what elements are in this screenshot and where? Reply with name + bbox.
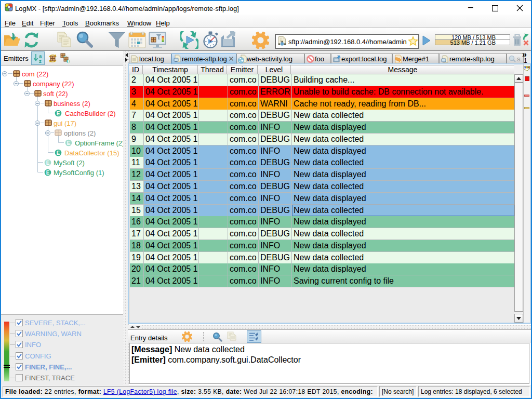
svg-text:E: E [57,111,60,116]
svg-text:E: E [67,140,71,146]
svg-text:E: E [68,60,70,63]
svg-text:E: E [46,160,50,166]
svg-text:E: E [57,150,60,156]
svg-text:E: E [46,170,50,176]
svg-text:z: z [39,58,42,63]
